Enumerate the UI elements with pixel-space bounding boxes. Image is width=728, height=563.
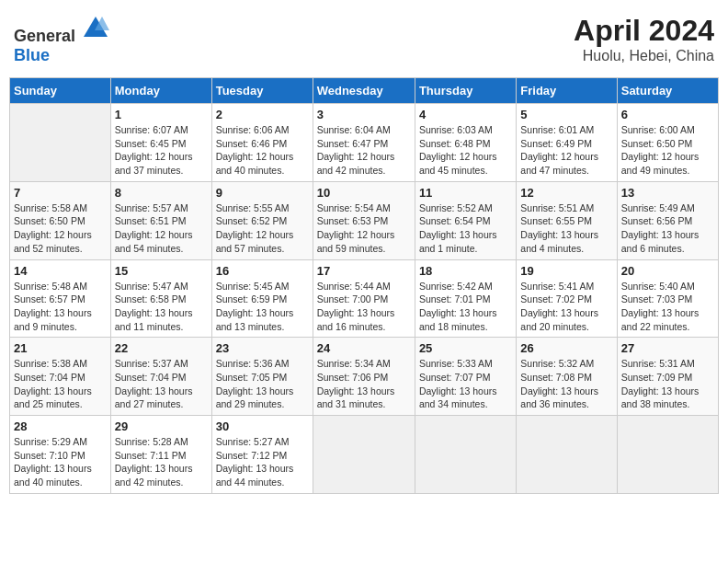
day-number: 12: [520, 186, 612, 200]
calendar-cell: 7Sunrise: 5:58 AM Sunset: 6:50 PM Daylig…: [10, 181, 111, 259]
calendar-table: SundayMondayTuesdayWednesdayThursdayFrid…: [9, 77, 719, 494]
page-header: General Blue April 2024 Huolu, Hebei, Ch…: [9, 9, 719, 70]
day-info: Sunrise: 5:29 AM Sunset: 7:10 PM Dayligh…: [14, 435, 107, 489]
location: Huolu, Hebei, China: [574, 48, 714, 64]
calendar-cell: [313, 416, 415, 494]
day-number: 16: [216, 264, 309, 278]
calendar-cell: 18Sunrise: 5:42 AM Sunset: 7:01 PM Dayli…: [415, 259, 516, 338]
day-info: Sunrise: 5:36 AM Sunset: 7:05 PM Dayligh…: [216, 357, 309, 411]
day-info: Sunrise: 5:40 AM Sunset: 7:03 PM Dayligh…: [621, 280, 714, 334]
calendar-cell: 16Sunrise: 5:45 AM Sunset: 6:59 PM Dayli…: [211, 259, 313, 338]
day-info: Sunrise: 6:07 AM Sunset: 6:45 PM Dayligh…: [115, 123, 208, 178]
day-info: Sunrise: 5:44 AM Sunset: 7:00 PM Dayligh…: [317, 280, 411, 334]
day-number: 11: [419, 186, 512, 200]
day-number: 17: [317, 264, 411, 278]
day-number: 30: [216, 419, 309, 433]
day-info: Sunrise: 5:58 AM Sunset: 6:50 PM Dayligh…: [14, 201, 107, 256]
logo-general: General: [14, 27, 75, 45]
day-info: Sunrise: 5:54 AM Sunset: 6:53 PM Dayligh…: [317, 201, 411, 256]
day-info: Sunrise: 6:06 AM Sunset: 6:46 PM Dayligh…: [216, 123, 309, 178]
calendar-cell: 21Sunrise: 5:38 AM Sunset: 7:04 PM Dayli…: [10, 338, 111, 416]
day-of-week-tuesday: Tuesday: [211, 78, 313, 104]
calendar-cell: 30Sunrise: 5:27 AM Sunset: 7:12 PM Dayli…: [211, 416, 313, 494]
day-number: 19: [520, 264, 612, 278]
day-of-week-wednesday: Wednesday: [313, 78, 415, 104]
day-info: Sunrise: 6:00 AM Sunset: 6:50 PM Dayligh…: [621, 123, 714, 178]
calendar-cell: 22Sunrise: 5:37 AM Sunset: 7:04 PM Dayli…: [110, 338, 211, 416]
calendar-cell: 8Sunrise: 5:57 AM Sunset: 6:51 PM Daylig…: [110, 181, 211, 259]
calendar-cell: 13Sunrise: 5:49 AM Sunset: 6:56 PM Dayli…: [617, 181, 718, 259]
calendar-week-3: 14Sunrise: 5:48 AM Sunset: 6:57 PM Dayli…: [10, 259, 719, 338]
day-info: Sunrise: 5:28 AM Sunset: 7:11 PM Dayligh…: [115, 435, 208, 489]
day-number: 4: [419, 108, 512, 121]
calendar-week-5: 28Sunrise: 5:29 AM Sunset: 7:10 PM Dayli…: [10, 416, 719, 494]
calendar-cell: 28Sunrise: 5:29 AM Sunset: 7:10 PM Dayli…: [10, 416, 111, 494]
day-info: Sunrise: 6:01 AM Sunset: 6:49 PM Dayligh…: [520, 123, 612, 178]
day-info: Sunrise: 6:03 AM Sunset: 6:48 PM Dayligh…: [419, 123, 512, 178]
calendar-cell: 5Sunrise: 6:01 AM Sunset: 6:49 PM Daylig…: [517, 104, 617, 182]
day-info: Sunrise: 5:37 AM Sunset: 7:04 PM Dayligh…: [115, 357, 208, 411]
day-number: 29: [115, 419, 208, 433]
day-number: 7: [14, 186, 107, 200]
day-number: 26: [520, 341, 612, 355]
calendar-cell: 29Sunrise: 5:28 AM Sunset: 7:11 PM Dayli…: [110, 416, 211, 494]
calendar-cell: [415, 416, 516, 494]
title-block: April 2024 Huolu, Hebei, China: [574, 14, 714, 64]
calendar-cell: 26Sunrise: 5:32 AM Sunset: 7:08 PM Dayli…: [517, 338, 617, 416]
calendar-cell: 9Sunrise: 5:55 AM Sunset: 6:52 PM Daylig…: [211, 181, 313, 259]
logo-icon: [82, 14, 109, 41]
day-info: Sunrise: 5:57 AM Sunset: 6:51 PM Dayligh…: [115, 201, 208, 256]
day-number: 6: [621, 108, 714, 121]
calendar-cell: 24Sunrise: 5:34 AM Sunset: 7:06 PM Dayli…: [313, 338, 415, 416]
day-number: 24: [317, 341, 411, 355]
day-info: Sunrise: 5:48 AM Sunset: 6:57 PM Dayligh…: [14, 280, 107, 334]
calendar-week-1: 1Sunrise: 6:07 AM Sunset: 6:45 PM Daylig…: [10, 104, 719, 182]
day-number: 20: [621, 264, 714, 278]
calendar-cell: 23Sunrise: 5:36 AM Sunset: 7:05 PM Dayli…: [211, 338, 313, 416]
day-number: 28: [14, 419, 107, 433]
logo: General Blue: [14, 14, 109, 65]
calendar-week-4: 21Sunrise: 5:38 AM Sunset: 7:04 PM Dayli…: [10, 338, 719, 416]
day-number: 10: [317, 186, 411, 200]
calendar-cell: [10, 104, 111, 182]
calendar-cell: 1Sunrise: 6:07 AM Sunset: 6:45 PM Daylig…: [110, 104, 211, 182]
logo-text: General Blue: [14, 14, 109, 65]
calendar-cell: 17Sunrise: 5:44 AM Sunset: 7:00 PM Dayli…: [313, 259, 415, 338]
calendar-cell: 2Sunrise: 6:06 AM Sunset: 6:46 PM Daylig…: [211, 104, 313, 182]
day-number: 22: [115, 341, 208, 355]
day-info: Sunrise: 5:45 AM Sunset: 6:59 PM Dayligh…: [216, 280, 309, 334]
day-number: 14: [14, 264, 107, 278]
calendar-week-2: 7Sunrise: 5:58 AM Sunset: 6:50 PM Daylig…: [10, 181, 719, 259]
day-number: 27: [621, 341, 714, 355]
day-info: Sunrise: 5:55 AM Sunset: 6:52 PM Dayligh…: [216, 201, 309, 256]
day-of-week-thursday: Thursday: [415, 78, 516, 104]
day-info: Sunrise: 5:42 AM Sunset: 7:01 PM Dayligh…: [419, 280, 512, 334]
calendar-cell: 3Sunrise: 6:04 AM Sunset: 6:47 PM Daylig…: [313, 104, 415, 182]
day-number: 23: [216, 341, 309, 355]
day-of-week-saturday: Saturday: [617, 78, 718, 104]
day-info: Sunrise: 5:47 AM Sunset: 6:58 PM Dayligh…: [115, 280, 208, 334]
day-number: 15: [115, 264, 208, 278]
calendar-cell: 20Sunrise: 5:40 AM Sunset: 7:03 PM Dayli…: [617, 259, 718, 338]
calendar-cell: 15Sunrise: 5:47 AM Sunset: 6:58 PM Dayli…: [110, 259, 211, 338]
day-number: 25: [419, 341, 512, 355]
day-number: 8: [115, 186, 208, 200]
calendar-cell: [617, 416, 718, 494]
day-info: Sunrise: 5:51 AM Sunset: 6:55 PM Dayligh…: [520, 201, 612, 256]
day-info: Sunrise: 5:49 AM Sunset: 6:56 PM Dayligh…: [621, 201, 714, 256]
day-number: 5: [520, 108, 612, 121]
calendar-cell: 27Sunrise: 5:31 AM Sunset: 7:09 PM Dayli…: [617, 338, 718, 416]
calendar-cell: 4Sunrise: 6:03 AM Sunset: 6:48 PM Daylig…: [415, 104, 516, 182]
day-of-week-sunday: Sunday: [10, 78, 111, 104]
calendar-cell: 11Sunrise: 5:52 AM Sunset: 6:54 PM Dayli…: [415, 181, 516, 259]
day-info: Sunrise: 5:31 AM Sunset: 7:09 PM Dayligh…: [621, 357, 714, 411]
day-info: Sunrise: 5:27 AM Sunset: 7:12 PM Dayligh…: [216, 435, 309, 489]
calendar-cell: 14Sunrise: 5:48 AM Sunset: 6:57 PM Dayli…: [10, 259, 111, 338]
calendar-cell: 12Sunrise: 5:51 AM Sunset: 6:55 PM Dayli…: [517, 181, 617, 259]
header-row: SundayMondayTuesdayWednesdayThursdayFrid…: [10, 78, 719, 104]
calendar-cell: 6Sunrise: 6:00 AM Sunset: 6:50 PM Daylig…: [617, 104, 718, 182]
day-info: Sunrise: 5:34 AM Sunset: 7:06 PM Dayligh…: [317, 357, 411, 411]
day-info: Sunrise: 5:41 AM Sunset: 7:02 PM Dayligh…: [520, 280, 612, 334]
day-of-week-friday: Friday: [517, 78, 617, 104]
day-of-week-monday: Monday: [110, 78, 211, 104]
